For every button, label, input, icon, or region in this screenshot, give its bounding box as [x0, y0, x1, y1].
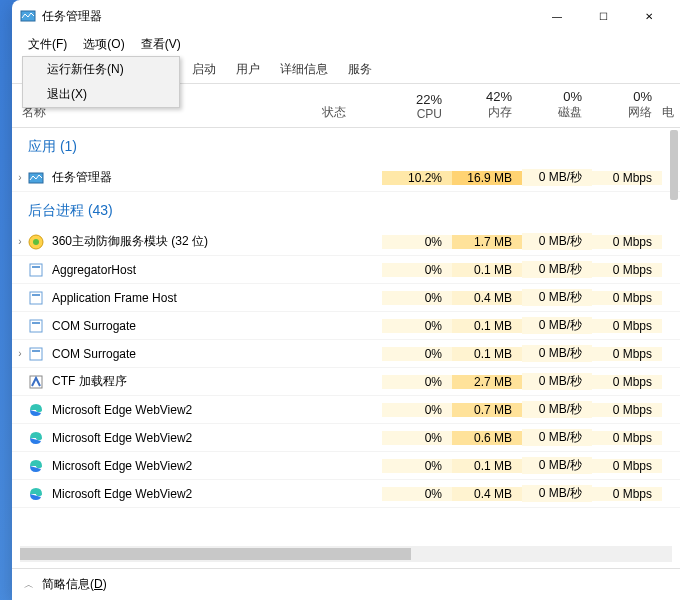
process-name: AggregatorHost	[52, 263, 136, 277]
col-power[interactable]: 电	[662, 84, 680, 127]
chevron-up-icon[interactable]: ︿	[24, 578, 34, 592]
tab-services[interactable]: 服务	[338, 57, 382, 82]
process-name-cell: COM Surrogate	[28, 346, 322, 362]
expand-chevron-icon[interactable]: ›	[12, 236, 28, 247]
edge-icon	[28, 430, 44, 446]
process-row[interactable]: Application Frame Host0%0.4 MB0 MB/秒0 Mb…	[12, 284, 680, 312]
group-header-bg: 后台进程 (43)	[12, 192, 680, 228]
edge-icon	[28, 402, 44, 418]
group-header-apps: 应用 (1)	[12, 128, 680, 164]
process-disk: 0 MB/秒	[522, 317, 592, 334]
process-memory: 0.7 MB	[452, 403, 522, 417]
process-row[interactable]: AggregatorHost0%0.1 MB0 MB/秒0 Mbps	[12, 256, 680, 284]
process-disk: 0 MB/秒	[522, 169, 592, 186]
process-name: 360主动防御服务模块 (32 位)	[52, 233, 208, 250]
titlebar[interactable]: 任务管理器 — ☐ ✕	[12, 0, 680, 32]
generic-icon	[28, 262, 44, 278]
process-disk: 0 MB/秒	[522, 485, 592, 502]
process-list: 应用 (1)›任务管理器10.2%16.9 MB0 MB/秒0 Mbps后台进程…	[12, 128, 680, 546]
process-cpu: 0%	[382, 235, 452, 249]
process-cpu: 0%	[382, 347, 452, 361]
process-disk: 0 MB/秒	[522, 429, 592, 446]
menubar: 文件(F) 选项(O) 查看(V) 运行新任务(N) 退出(X)	[12, 32, 680, 56]
svg-rect-6	[30, 292, 42, 304]
taskmgr-icon	[28, 170, 44, 186]
process-memory: 0.1 MB	[452, 263, 522, 277]
process-row[interactable]: ›任务管理器10.2%16.9 MB0 MB/秒0 Mbps	[12, 164, 680, 192]
window-title: 任务管理器	[42, 8, 534, 25]
process-disk: 0 MB/秒	[522, 345, 592, 362]
footer: ︿ 简略信息(D)	[12, 568, 680, 600]
net-label: 网络	[628, 104, 652, 121]
menu-exit[interactable]: 退出(X)	[23, 82, 179, 107]
menu-view[interactable]: 查看(V)	[133, 34, 189, 55]
process-memory: 1.7 MB	[452, 235, 522, 249]
col-network[interactable]: 0% 网络	[592, 84, 662, 127]
process-name-cell: COM Surrogate	[28, 318, 322, 334]
process-name-cell: Microsoft Edge WebView2	[28, 486, 322, 502]
process-row[interactable]: Microsoft Edge WebView20%0.6 MB0 MB/秒0 M…	[12, 424, 680, 452]
svg-rect-9	[32, 322, 40, 324]
process-network: 0 Mbps	[592, 263, 662, 277]
svg-rect-4	[30, 264, 42, 276]
process-network: 0 Mbps	[592, 431, 662, 445]
process-name: Microsoft Edge WebView2	[52, 459, 192, 473]
process-row[interactable]: CTF 加载程序0%2.7 MB0 MB/秒0 Mbps	[12, 368, 680, 396]
process-network: 0 Mbps	[592, 235, 662, 249]
process-name-cell: Application Frame Host	[28, 290, 322, 306]
minimize-button[interactable]: —	[534, 0, 580, 32]
process-cpu: 0%	[382, 459, 452, 473]
col-status[interactable]: 状态	[322, 84, 382, 127]
process-memory: 16.9 MB	[452, 171, 522, 185]
process-row[interactable]: Microsoft Edge WebView20%0.4 MB0 MB/秒0 M…	[12, 480, 680, 508]
cpu-label: CPU	[417, 107, 442, 121]
scrollbar-thumb[interactable]	[20, 548, 411, 560]
process-name: Microsoft Edge WebView2	[52, 403, 192, 417]
edge-icon	[28, 486, 44, 502]
process-network: 0 Mbps	[592, 347, 662, 361]
process-name-cell: Microsoft Edge WebView2	[28, 458, 322, 474]
process-cpu: 0%	[382, 403, 452, 417]
menu-options[interactable]: 选项(O)	[75, 34, 132, 55]
edge-icon	[28, 458, 44, 474]
col-cpu[interactable]: 22% CPU	[382, 84, 452, 127]
process-row[interactable]: Microsoft Edge WebView20%0.7 MB0 MB/秒0 M…	[12, 396, 680, 424]
fewer-details-link[interactable]: 简略信息(D)	[42, 576, 107, 593]
svg-rect-11	[32, 350, 40, 352]
generic-icon	[28, 346, 44, 362]
expand-chevron-icon[interactable]: ›	[12, 172, 28, 183]
menu-file[interactable]: 文件(F)	[20, 34, 75, 55]
process-disk: 0 MB/秒	[522, 373, 592, 390]
process-row[interactable]: ›360主动防御服务模块 (32 位)0%1.7 MB0 MB/秒0 Mbps	[12, 228, 680, 256]
process-name: Microsoft Edge WebView2	[52, 431, 192, 445]
maximize-button[interactable]: ☐	[580, 0, 626, 32]
app-icon	[20, 8, 36, 24]
horizontal-scrollbar[interactable]	[20, 546, 672, 562]
close-button[interactable]: ✕	[626, 0, 672, 32]
tab-users[interactable]: 用户	[226, 57, 270, 82]
process-row[interactable]: COM Surrogate0%0.1 MB0 MB/秒0 Mbps	[12, 312, 680, 340]
process-disk: 0 MB/秒	[522, 261, 592, 278]
process-memory: 2.7 MB	[452, 375, 522, 389]
svg-point-3	[33, 239, 39, 245]
net-total: 0%	[633, 89, 652, 104]
process-name-cell: Microsoft Edge WebView2	[28, 402, 322, 418]
tab-startup[interactable]: 启动	[182, 57, 226, 82]
col-memory[interactable]: 42% 内存	[452, 84, 522, 127]
process-network: 0 Mbps	[592, 375, 662, 389]
process-cpu: 0%	[382, 375, 452, 389]
vertical-scrollbar[interactable]	[670, 130, 678, 200]
process-row[interactable]: Microsoft Edge WebView20%0.1 MB0 MB/秒0 M…	[12, 452, 680, 480]
process-name: CTF 加载程序	[52, 373, 127, 390]
window-buttons: — ☐ ✕	[534, 0, 672, 32]
process-cpu: 10.2%	[382, 171, 452, 185]
process-disk: 0 MB/秒	[522, 401, 592, 418]
menu-run-new-task[interactable]: 运行新任务(N)	[23, 57, 179, 82]
generic-icon	[28, 318, 44, 334]
expand-chevron-icon[interactable]: ›	[12, 348, 28, 359]
process-row[interactable]: ›COM Surrogate0%0.1 MB0 MB/秒0 Mbps	[12, 340, 680, 368]
col-disk[interactable]: 0% 磁盘	[522, 84, 592, 127]
process-cpu: 0%	[382, 487, 452, 501]
tab-details[interactable]: 详细信息	[270, 57, 338, 82]
ctf-icon	[28, 374, 44, 390]
